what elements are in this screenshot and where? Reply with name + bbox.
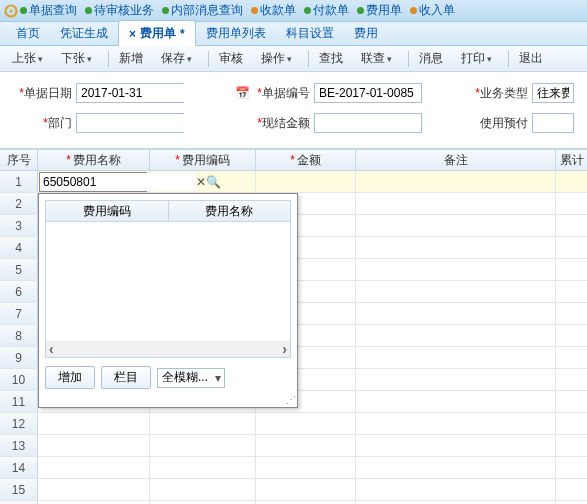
cell[interactable] [556, 281, 587, 302]
cell[interactable] [150, 435, 256, 456]
audit-button[interactable]: 审核 [213, 48, 249, 69]
cell[interactable] [356, 237, 556, 258]
cell[interactable] [356, 413, 556, 434]
table-row[interactable]: 14 [0, 457, 587, 479]
col-seq[interactable]: 序号 [0, 150, 38, 170]
cell[interactable] [556, 171, 587, 192]
new-button[interactable]: 新增 [113, 48, 149, 69]
cell[interactable] [556, 237, 587, 258]
popup-col-code[interactable]: 费用编码 [46, 201, 169, 221]
cell[interactable] [556, 369, 587, 390]
cell[interactable] [356, 171, 556, 192]
prepay-field[interactable] [532, 113, 574, 133]
cell[interactable] [256, 435, 356, 456]
cell[interactable] [150, 457, 256, 478]
cell[interactable] [356, 391, 556, 412]
cell[interactable] [356, 369, 556, 390]
popup-col-button[interactable]: 栏目 [101, 366, 151, 389]
tab-凭证生成[interactable]: 凭证生成 [50, 20, 118, 45]
col-memo[interactable]: 备注 [356, 150, 556, 170]
table-row[interactable]: 13 [0, 435, 587, 457]
cell[interactable] [556, 193, 587, 214]
exit-button[interactable]: 退出 [513, 48, 549, 69]
close-icon[interactable]: × [129, 27, 136, 41]
dept-field[interactable] [76, 113, 184, 133]
cell[interactable] [556, 325, 587, 346]
cell[interactable] [356, 457, 556, 478]
tab-费用[interactable]: 费用 [344, 20, 388, 45]
tab-科目设置[interactable]: 科目设置 [276, 20, 344, 45]
popup-list[interactable]: ‹ › [45, 222, 291, 358]
op-button[interactable]: 操作▾ [255, 48, 298, 69]
date-field[interactable]: 📅 [76, 83, 184, 103]
cell[interactable] [356, 215, 556, 236]
table-row[interactable]: 15 [0, 479, 587, 501]
col-name[interactable]: *费用名称 [38, 150, 150, 170]
popup-add-button[interactable]: 增加 [45, 366, 95, 389]
cell[interactable] [556, 347, 587, 368]
topmenu-付款单[interactable]: 付款单 [304, 2, 349, 19]
cell[interactable] [256, 171, 356, 192]
name-input[interactable]: ✕🔍 [39, 172, 147, 192]
topmenu-收款单[interactable]: 收款单 [251, 2, 296, 19]
table-row[interactable]: 12 [0, 413, 587, 435]
gear-icon[interactable] [4, 4, 18, 18]
tab-首页[interactable]: 首页 [6, 20, 50, 45]
type-field[interactable] [532, 83, 574, 103]
cell[interactable] [556, 413, 587, 434]
cell[interactable] [556, 391, 587, 412]
tab-费用单[interactable]: × 费用单 * [118, 20, 196, 46]
cell-name[interactable] [38, 413, 150, 434]
cell[interactable] [556, 435, 587, 456]
cell[interactable] [356, 435, 556, 456]
link-button[interactable]: 联查▾ [355, 48, 398, 69]
find-button[interactable]: 查找 [313, 48, 349, 69]
table-row[interactable]: 1✕🔍 [0, 171, 587, 193]
cell[interactable] [256, 457, 356, 478]
tab-费用单列表[interactable]: 费用单列表 [196, 20, 276, 45]
popup-scrollbar[interactable]: ‹ › [46, 341, 290, 357]
cell-name[interactable] [38, 457, 150, 478]
cell[interactable] [556, 303, 587, 324]
topmenu-单据查询[interactable]: 单据查询 [20, 2, 77, 19]
cell-name[interactable] [38, 435, 150, 456]
col-amt[interactable]: *金额 [256, 150, 356, 170]
cell[interactable] [150, 171, 256, 192]
cell[interactable] [356, 281, 556, 302]
msg-button[interactable]: 消息 [413, 48, 449, 69]
cell[interactable] [356, 193, 556, 214]
cell[interactable] [556, 259, 587, 280]
prev-button[interactable]: 上张▾ [6, 48, 49, 69]
cell[interactable] [556, 457, 587, 478]
cell[interactable] [356, 479, 556, 500]
topmenu-收入单[interactable]: 收入单 [410, 2, 455, 19]
col-code[interactable]: *费用编码 [150, 150, 256, 170]
cell-name[interactable]: ✕🔍 [38, 171, 150, 192]
cell[interactable] [356, 347, 556, 368]
next-button[interactable]: 下张▾ [55, 48, 98, 69]
cash-field[interactable] [314, 113, 422, 133]
print-button[interactable]: 打印▾ [455, 48, 498, 69]
cell[interactable] [356, 325, 556, 346]
cell-name[interactable] [38, 479, 150, 500]
col-sum[interactable]: 累计 [556, 150, 587, 170]
topmenu-费用单[interactable]: 费用单 [357, 2, 402, 19]
popup-mode-select[interactable]: 全模糊... [157, 368, 225, 388]
cell[interactable] [556, 479, 587, 500]
row-number: 9 [0, 347, 38, 368]
scroll-left-icon[interactable]: ‹ [49, 341, 54, 357]
resize-handle-icon[interactable]: ⋰ [286, 394, 295, 405]
cell[interactable] [256, 413, 356, 434]
cell[interactable] [356, 303, 556, 324]
scroll-right-icon[interactable]: › [282, 341, 287, 357]
popup-col-name[interactable]: 费用名称 [169, 201, 291, 221]
cell[interactable] [256, 479, 356, 500]
no-field[interactable] [314, 83, 422, 103]
cell[interactable] [150, 479, 256, 500]
cell[interactable] [150, 413, 256, 434]
topmenu-待审核业务[interactable]: 待审核业务 [85, 2, 154, 19]
save-button[interactable]: 保存▾ [155, 48, 198, 69]
cell[interactable] [356, 259, 556, 280]
cell[interactable] [556, 215, 587, 236]
topmenu-内部消息查询[interactable]: 内部消息查询 [162, 2, 243, 19]
